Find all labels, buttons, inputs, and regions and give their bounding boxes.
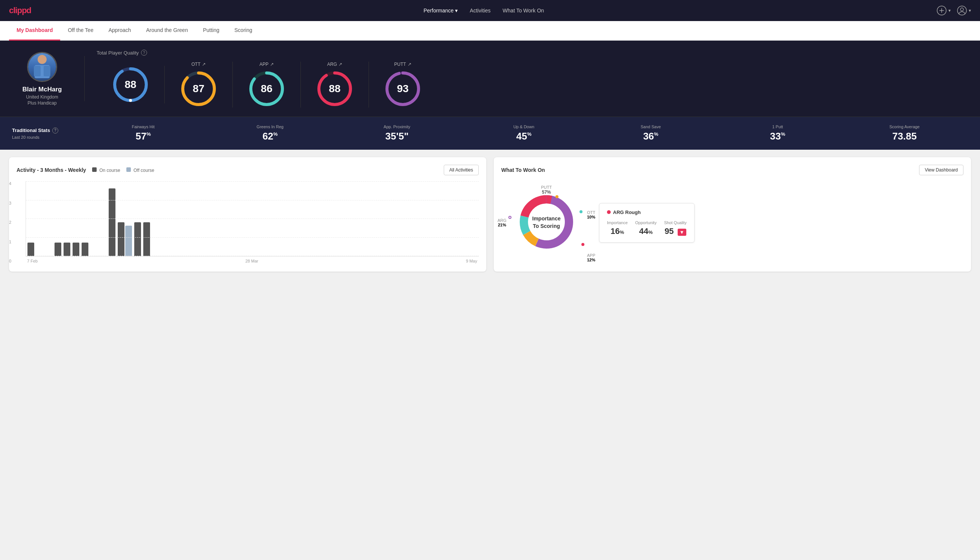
quality-section: Total Player Quality ? 88 [97, 50, 968, 108]
chart-container: 4 3 2 1 0 7 Feb 28 Mar [17, 181, 479, 263]
stat-items: Fairways Hit 57% Greens In Reg 62% App. … [80, 125, 968, 142]
shot-quality-metric: Shot Quality 95 ▼ [664, 220, 687, 236]
nav-right: ▾ ▾ [937, 5, 971, 16]
tab-my-dashboard[interactable]: My Dashboard [9, 21, 60, 41]
svg-rect-7 [34, 66, 41, 77]
bar-group-10 [118, 222, 132, 256]
ott-value: 87 [193, 83, 204, 95]
donut-center-text: Importance To Scoring [532, 215, 560, 230]
arg-trend-icon: ↗ [338, 62, 342, 67]
nav-performance[interactable]: Performance ▾ [423, 8, 458, 13]
bar-dark-5 [73, 243, 79, 256]
svg-point-18 [333, 103, 336, 106]
player-name: Blair McHarg [23, 86, 62, 93]
view-dashboard-button[interactable]: View Dashboard [919, 165, 963, 175]
bar-dark-4 [63, 243, 70, 256]
quality-putt: PUTT ↗ 93 [369, 62, 437, 108]
svg-rect-8 [43, 66, 50, 77]
bar-group-5 [73, 243, 79, 256]
wtwo-title: What To Work On [501, 167, 545, 173]
stat-scoring: Scoring Average 73.85 [841, 125, 968, 142]
tpq-circle: 88 [112, 66, 149, 103]
chart-area [26, 181, 479, 257]
donut-container: PUTT 57% ARG 21% OTT 10% APP 12% [501, 181, 592, 264]
ott-trend-icon: ↗ [202, 62, 206, 67]
user-dropdown-arrow: ▾ [969, 8, 971, 13]
activity-card: Activity - 3 Months - Weekly On course O… [9, 157, 486, 272]
tpq-value: 88 [125, 78, 136, 91]
bar-group-11 [134, 222, 141, 256]
stat-updown: Up & Down 45% [460, 125, 587, 142]
putt-donut-label: ARG 21% [497, 218, 507, 227]
x-labels: 7 Feb 28 Mar 9 May [26, 259, 479, 263]
bar-dark-11 [134, 222, 141, 256]
stat-fairways: Fairways Hit 57% [80, 125, 206, 142]
app-circle: 86 [248, 70, 285, 108]
quality-ott: OTT ↗ 87 [165, 62, 233, 108]
bar-group-6 [82, 243, 88, 256]
bar-dark-3 [55, 243, 61, 256]
bar-group-0 [27, 243, 34, 256]
stat-proximity: App. Proximity 35'5" [334, 125, 460, 142]
chart-y-labels: 4 3 2 1 0 [9, 181, 11, 263]
user-button[interactable]: ▾ [957, 5, 971, 16]
add-button[interactable]: ▾ [937, 5, 951, 16]
player-info: Blair McHarg United Kingdom Plus Handica… [12, 52, 72, 106]
player-handicap: Plus Handicap [27, 100, 57, 106]
info-metrics: Importance 16% Opportunity 44% Shot Qual… [607, 220, 687, 236]
tab-scoring[interactable]: Scoring [227, 21, 260, 41]
wtwo-header: What To Work On View Dashboard [501, 165, 963, 175]
nav-activities[interactable]: Activities [470, 8, 490, 13]
legend-off-course: Off course [126, 167, 154, 173]
bar-dark-0 [27, 243, 34, 256]
importance-metric: Importance 16% [607, 220, 627, 236]
putt-label: PUTT ↗ [394, 62, 411, 67]
app-trend-icon: ↗ [270, 62, 274, 67]
all-activities-button[interactable]: All Activities [444, 165, 479, 175]
wtwo-content: PUTT 57% ARG 21% OTT 10% APP 12% [501, 181, 963, 264]
shot-quality-badge: ▼ [678, 229, 686, 236]
tab-around-the-green[interactable]: Around the Green [138, 21, 195, 41]
ott-circle: 87 [180, 70, 217, 108]
svg-point-4 [960, 8, 963, 11]
quality-title: Total Player Quality ? [97, 50, 968, 56]
activity-header: Activity - 3 Months - Weekly On course O… [17, 165, 479, 175]
arg-donut-label: APP 12% [587, 253, 595, 262]
stat-1putt: 1 Putt 33% [714, 125, 841, 142]
dashboard-banner: Blair McHarg United Kingdom Plus Handica… [0, 41, 980, 117]
bars-container [27, 181, 477, 256]
arg-label: ARG ↗ [327, 62, 342, 67]
quality-help-icon[interactable]: ? [141, 50, 147, 56]
bar-group-12 [143, 222, 150, 256]
logo: clippd [9, 6, 31, 15]
app-value: 86 [261, 83, 272, 95]
bar-group-9 [109, 188, 115, 256]
avatar [27, 52, 57, 82]
nav-what-to-work-on[interactable]: What To Work On [503, 8, 544, 13]
app-label: APP ↗ [260, 62, 274, 67]
what-to-work-on-card: What To Work On View Dashboard PUTT 57% … [494, 157, 971, 272]
bottom-section: Activity - 3 Months - Weekly On course O… [0, 150, 980, 279]
putt-circle: 93 [384, 70, 421, 108]
info-card-title: ARG Rough [607, 210, 687, 215]
bar-dark-9 [109, 188, 115, 256]
stat-gir: Greens In Reg 62% [206, 125, 333, 142]
svg-point-5 [38, 55, 47, 64]
traditional-stats: Traditional Stats ? Last 20 rounds Fairw… [0, 117, 980, 150]
pink-dot-icon [607, 210, 611, 214]
svg-point-11 [129, 99, 132, 102]
bar-dark-12 [143, 222, 150, 256]
dropdown-arrow-icon: ▾ [455, 8, 458, 13]
divider [84, 56, 85, 101]
legend-on-course: On course [92, 167, 120, 173]
arg-rough-info-card: ARG Rough Importance 16% Opportunity 44% [599, 203, 695, 243]
tab-approach[interactable]: Approach [101, 21, 138, 41]
putt-trend-icon: ↗ [408, 62, 411, 67]
top-nav: clippd Performance ▾ Activities What To … [0, 0, 980, 21]
tab-off-the-tee[interactable]: Off the Tee [60, 21, 101, 41]
trad-help-icon[interactable]: ? [52, 127, 58, 133]
activity-legend: On course Off course [92, 167, 154, 173]
bar-dark-10 [118, 222, 125, 256]
tab-putting[interactable]: Putting [196, 21, 227, 41]
arg-value: 88 [329, 83, 340, 95]
